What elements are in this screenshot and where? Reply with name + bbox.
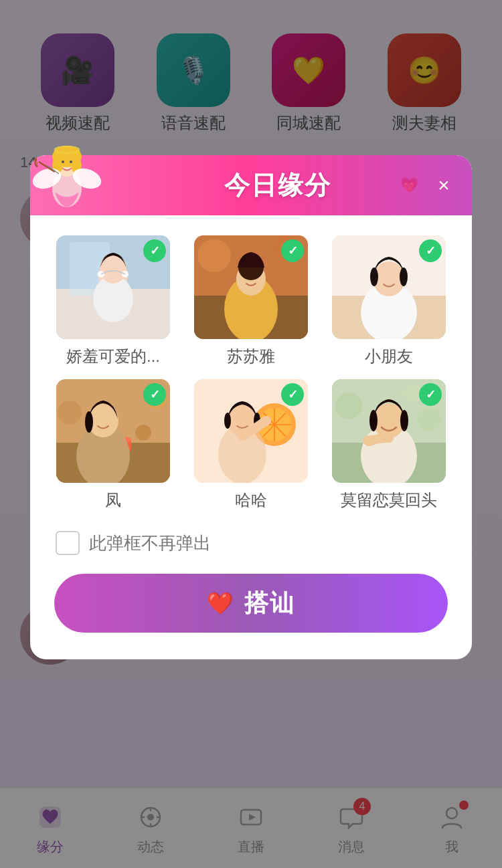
cta-heart-icon: ❤️ <box>207 590 235 616</box>
svg-point-48 <box>58 401 82 425</box>
svg-point-76 <box>363 435 376 446</box>
check-badge-2: ✓ <box>281 239 304 262</box>
profile-photo-wrap-3: ✓ <box>332 235 446 339</box>
modal-dialog: 今日缘分 💗 × <box>30 155 472 659</box>
profile-photo-wrap-6: ✓ <box>332 379 446 483</box>
cupid-illustration <box>23 122 110 209</box>
no-popup-label: 此弹框不再弹出 <box>89 532 211 555</box>
svg-point-70 <box>417 407 441 431</box>
check-badge-3: ✓ <box>419 239 442 262</box>
profile-card-1[interactable]: ✓ 娇羞可爱的... <box>50 235 176 367</box>
header-hearts-decoration: 💗 <box>400 177 418 194</box>
svg-point-18 <box>70 160 72 163</box>
close-button[interactable]: × <box>429 171 458 200</box>
svg-point-65 <box>224 413 231 429</box>
profile-photo-wrap-2: ✓ <box>194 235 308 339</box>
profile-photo-wrap-5: ✓ <box>194 379 308 483</box>
profile-photo-wrap-4: ✓ <box>56 379 170 483</box>
profile-grid: ✓ 娇羞可爱的... <box>30 215 472 518</box>
check-badge-6: ✓ <box>419 383 442 406</box>
svg-point-34 <box>197 239 231 272</box>
svg-point-29 <box>100 254 127 284</box>
profile-card-2[interactable]: ✓ 苏苏雅 <box>188 235 314 367</box>
svg-point-45 <box>400 267 408 286</box>
profile-name-5: 哈哈 <box>235 490 267 511</box>
cta-button[interactable]: ❤️ 搭讪 <box>54 574 448 633</box>
svg-point-69 <box>335 393 362 419</box>
profile-name-4: 凤 <box>105 490 121 511</box>
svg-point-50 <box>135 425 151 441</box>
profile-name-1: 娇羞可爱的... <box>66 346 160 367</box>
no-popup-row: 此弹框不再弹出 <box>30 518 472 562</box>
svg-point-17 <box>62 160 64 163</box>
svg-point-75 <box>400 410 408 431</box>
profile-card-3[interactable]: ✓ 小朋友 <box>326 235 452 367</box>
profile-card-6[interactable]: ✓ 莫留恋莫回头 <box>326 379 452 511</box>
check-badge-4: ✓ <box>143 383 166 406</box>
check-badge-1: ✓ <box>143 239 166 262</box>
profile-photo-wrap-1: ✓ <box>56 235 170 339</box>
svg-point-44 <box>370 267 378 286</box>
profile-name-3: 小朋友 <box>365 346 413 367</box>
profile-name-2: 苏苏雅 <box>227 346 275 367</box>
check-badge-5: ✓ <box>281 383 304 406</box>
svg-point-55 <box>85 411 93 433</box>
modal-header: 今日缘分 💗 × <box>30 155 472 215</box>
profile-card-5[interactable]: ✓ 哈哈 <box>188 379 314 511</box>
cta-label: 搭讪 <box>244 587 295 620</box>
profile-name-6: 莫留恋莫回头 <box>341 490 437 511</box>
profile-card-4[interactable]: ✓ 凤 <box>50 379 176 511</box>
no-popup-checkbox[interactable] <box>56 531 80 555</box>
modal-title: 今日缘分 <box>224 169 331 203</box>
svg-point-74 <box>369 410 378 431</box>
